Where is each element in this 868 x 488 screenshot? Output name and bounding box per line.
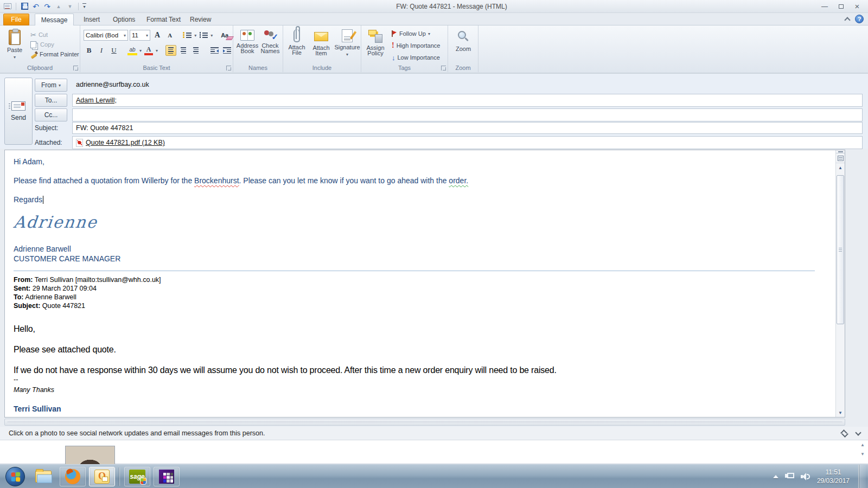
tab-insert[interactable]: Insert (77, 14, 106, 25)
ruler-toggle-icon[interactable] (836, 153, 845, 163)
minimize-button[interactable]: — (817, 2, 832, 11)
collapse-ribbon-icon[interactable] (844, 17, 850, 23)
attachment-link[interactable]: Quote 447821.pdf (12 KB) (86, 139, 165, 146)
scrollbar-thumb[interactable] (837, 175, 844, 324)
volume-icon[interactable] (801, 473, 810, 480)
forwarded-line1: Please see attached quote. (14, 345, 823, 355)
paste-dropdown-icon[interactable]: ▾ (14, 55, 16, 60)
clipboard-dialog-launcher-icon[interactable] (73, 66, 78, 70)
attach-file-button[interactable]: Attach File (285, 27, 308, 56)
bold-button[interactable]: B (84, 45, 94, 56)
low-importance-icon: ↓ (392, 54, 395, 62)
attach-item-button[interactable]: Attach Item (309, 27, 333, 56)
align-right-button[interactable] (190, 45, 201, 56)
photo-scroll-down-icon[interactable]: ▼ (860, 452, 865, 457)
taskbar-explorer-button[interactable] (33, 471, 54, 483)
next-item-icon: ▼ (66, 2, 74, 11)
to-recipient[interactable]: Adam Lerwill; (76, 97, 117, 104)
font-color-dropdown-icon[interactable]: ▾ (156, 48, 158, 53)
high-importance-button[interactable]: ! High Importance (390, 41, 440, 50)
signature-role: CUSTOMER CARE MANAGER (14, 254, 823, 263)
body-paragraph: Please find attached a quotation from Wi… (14, 176, 823, 185)
close-button[interactable]: × (850, 2, 865, 11)
scroll-up-icon[interactable]: ▲ (836, 163, 845, 172)
photo-scroll-up-icon[interactable]: ▲ (860, 442, 865, 447)
increase-indent-icon (223, 47, 231, 54)
address-book-button[interactable]: Address Book (237, 28, 258, 54)
collapse-people-pane-icon[interactable] (855, 429, 861, 435)
start-button[interactable] (5, 467, 25, 486)
format-painter-icon (30, 51, 37, 58)
align-left-icon (167, 46, 175, 55)
shrink-font-button[interactable]: A (164, 30, 175, 41)
format-painter-button[interactable]: Format Painter (28, 49, 79, 59)
check-names-button[interactable]: ✓ Check Names (259, 28, 281, 54)
tags-dialog-launcher-icon[interactable] (441, 66, 446, 70)
basic-text-dialog-launcher-icon[interactable] (226, 66, 231, 70)
undo-icon[interactable]: ↶ (31, 2, 40, 11)
attached-field[interactable]: Quote 447821.pdf (12 KB) (72, 136, 863, 149)
to-field[interactable]: Adam Lerwill; (72, 94, 863, 107)
highlight-button[interactable]: ab (127, 45, 138, 56)
save-icon[interactable] (20, 2, 29, 11)
taskbar-clock[interactable]: 11:51 29/03/2017 (817, 468, 852, 485)
cc-field[interactable] (72, 108, 863, 121)
people-pane-splitter[interactable] (4, 419, 845, 426)
low-importance-button[interactable]: ↓ Low Importance (390, 53, 440, 62)
customize-qat-icon[interactable]: ▾ (82, 3, 86, 9)
increase-indent-button[interactable] (221, 45, 232, 56)
network-icon[interactable] (785, 473, 794, 480)
group-label-basic-text: Basic Text (80, 65, 233, 71)
taskbar-sage-button[interactable]: sage (124, 467, 150, 486)
numbering-button[interactable] (198, 30, 209, 41)
font-name-combo[interactable]: Calibri (Bod▾ (84, 30, 128, 41)
cc-button[interactable]: Cc... (35, 108, 67, 121)
grammar-flagged-word: order. (449, 176, 468, 185)
zoom-button[interactable]: Zoom (452, 29, 474, 52)
ribbon: Paste ▾ ✂ Cut Copy Format Painter Clipbo… (0, 25, 868, 73)
send-button[interactable]: Send (4, 78, 33, 145)
subject-label: Subject: (35, 124, 68, 132)
underline-button[interactable]: U (108, 45, 119, 56)
font-color-button[interactable]: A (143, 45, 154, 56)
taskbar-firefox-button[interactable] (60, 467, 86, 486)
tab-format-text[interactable]: Format Text (140, 14, 187, 25)
body-scrollbar[interactable]: ▲ ▼ (835, 150, 845, 417)
italic-button[interactable]: I (96, 45, 107, 56)
message-body[interactable]: Hi Adam, Please find attached a quotatio… (4, 150, 845, 418)
follow-up-button[interactable]: Follow Up ▾ (390, 29, 440, 38)
restore-button[interactable] (833, 2, 848, 11)
taskbar-grid-app-button[interactable] (154, 467, 180, 486)
assign-policy-button[interactable]: Assign Policy (363, 28, 387, 56)
tab-options[interactable]: Options (106, 14, 142, 25)
group-include: Attach File Attach Item Signature ▾ Incl… (283, 25, 361, 72)
highlight-dropdown-icon[interactable]: ▾ (139, 48, 142, 53)
tab-review[interactable]: Review (183, 14, 218, 25)
help-icon[interactable]: ? (855, 15, 864, 23)
subject-field[interactable]: FW: Quote 447821 (72, 122, 863, 134)
signature-button[interactable]: Signature ▾ (334, 27, 360, 57)
tab-message[interactable]: Message (35, 14, 74, 25)
show-desktop-button[interactable] (858, 465, 866, 488)
high-importance-icon: ! (392, 41, 394, 50)
expand-people-pane-icon[interactable] (841, 431, 847, 436)
tab-file[interactable]: File (3, 14, 29, 25)
taskbar-outlook-button[interactable]: O (89, 467, 115, 486)
bullets-dropdown-icon[interactable]: ▾ (194, 33, 196, 38)
decrease-indent-button[interactable] (209, 45, 220, 56)
taskbar: O sage 11:51 29/03/2017 (0, 464, 868, 488)
align-center-button[interactable] (178, 45, 189, 56)
align-left-button[interactable] (165, 45, 176, 56)
numbering-dropdown-icon[interactable]: ▾ (210, 33, 213, 38)
bullets-button[interactable] (182, 30, 193, 41)
redo-icon[interactable]: ↷ (43, 2, 52, 11)
grow-font-button[interactable]: A (152, 30, 163, 41)
to-button[interactable]: To... (35, 94, 67, 107)
font-size-combo[interactable]: 11▾ (130, 30, 150, 41)
scroll-down-icon[interactable]: ▼ (836, 408, 845, 417)
paste-button[interactable]: Paste ▾ (3, 28, 26, 60)
from-button[interactable]: From▾ (35, 79, 67, 92)
clear-formatting-button[interactable]: Aa (220, 30, 232, 41)
misspelled-word: Brockenhurst (194, 176, 239, 185)
hidden-icons-icon[interactable] (773, 475, 778, 478)
